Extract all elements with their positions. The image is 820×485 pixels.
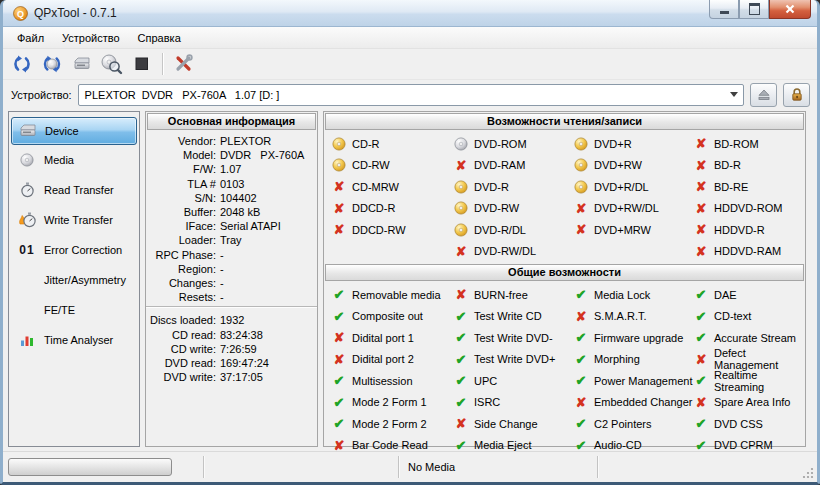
resize-grip[interactable] <box>801 466 815 480</box>
capability-item: ✔Accurate Stream <box>694 327 803 349</box>
menu-item-device[interactable]: Устройство <box>53 29 129 47</box>
drive-icon <box>70 57 94 71</box>
sidebar-item-write-transfer[interactable]: Write Transfer <box>11 205 137 235</box>
capability-item: CD-RW <box>332 155 454 177</box>
maximize-button[interactable] <box>739 0 769 19</box>
check-icon: ✔ <box>694 439 708 452</box>
check-icon: ✔ <box>574 353 588 366</box>
sidebar-item-time-analyser[interactable]: Time Analyser <box>11 325 137 355</box>
info-row: S/N:104402 <box>146 191 317 205</box>
sidebar-item-label: Error Correction <box>44 244 122 256</box>
capability-label: DVD CSS <box>714 418 763 430</box>
capability-item: ✔Morphing <box>574 349 694 371</box>
info-label: IFace: <box>146 220 216 232</box>
close-button[interactable] <box>769 0 811 19</box>
check-icon: ✔ <box>332 310 346 323</box>
cross-icon: ✘ <box>574 202 588 215</box>
svg-text:Q: Q <box>16 9 23 19</box>
info-label: TLA # <box>146 178 216 190</box>
minimize-button[interactable] <box>709 0 739 19</box>
info-row: TLA #0103 <box>146 177 317 191</box>
disc-write-icon <box>574 158 588 172</box>
cross-icon: ✘ <box>332 353 346 366</box>
capability-item: ✘DDCD-RW <box>332 219 454 241</box>
capability-label: Power Management <box>594 375 692 387</box>
capability-label: DDCD-R <box>352 202 395 214</box>
sidebar-item-jitter-asymmetry[interactable]: Jitter/Asymmetry <box>11 265 137 295</box>
capability-label: Audio-CD <box>594 439 642 451</box>
capability-item: ✘DVD-RW/DL <box>454 241 574 263</box>
check-icon: ✔ <box>574 288 588 301</box>
sidebar-item-error-correction[interactable]: 01Error Correction <box>11 235 137 265</box>
capability-item: ✔DVD CSS <box>694 413 803 435</box>
barchart-icon <box>15 333 39 347</box>
eject-button[interactable] <box>750 83 777 107</box>
capability-label: DVD+RW/DL <box>594 202 659 214</box>
refresh-button[interactable] <box>8 51 35 77</box>
capability-label: Removable media <box>352 289 441 301</box>
lock-button[interactable] <box>783 83 810 107</box>
capability-label: Test Write CD <box>474 310 542 322</box>
cross-icon: ✘ <box>332 439 346 452</box>
info-label: Discs loaded: <box>146 314 216 326</box>
stop-button[interactable] <box>128 51 155 77</box>
capability-label: Bar Code Read <box>352 439 428 451</box>
caps-column: ✘BURN-free✔Test Write CD✔Test Write DVD-… <box>454 284 574 456</box>
info-row: Region:- <box>146 262 317 276</box>
menu-item-file[interactable]: Файл <box>8 29 53 47</box>
sidebar-item-media[interactable]: Media <box>11 145 137 175</box>
capability-label: Didital port 1 <box>352 332 414 344</box>
capability-label: BD-R <box>714 159 741 171</box>
info-value: 0103 <box>220 178 244 190</box>
chevron-down-icon[interactable] <box>725 92 743 97</box>
sidebar-item-device[interactable]: Device <box>11 117 137 145</box>
scan-media-button[interactable] <box>98 51 125 77</box>
capability-item: ✘DVD+RW/DL <box>574 198 694 220</box>
rw-caps-grid: CD-RCD-RW✘CD-MRW✘DDCD-R✘DDCD-RWDVD-ROM✘D… <box>324 131 805 263</box>
capability-label: CD-RW <box>352 159 390 171</box>
check-icon: ✔ <box>454 331 468 344</box>
device-combobox[interactable]: PLEXTOR DVDR PX-760A 1.07 [D: ] <box>78 84 744 106</box>
capability-label: Mode 2 Form 2 <box>352 418 427 430</box>
refresh-media-button[interactable] <box>38 51 65 77</box>
check-icon: ✔ <box>454 353 468 366</box>
info-value: 169:47:24 <box>220 357 269 369</box>
info-value: - <box>220 291 224 303</box>
rw-caps-title: Возможности чтения/записи <box>325 113 804 130</box>
capability-label: HDDVD-RAM <box>714 245 781 257</box>
menu-item-help[interactable]: Справка <box>129 29 190 47</box>
capability-label: CD-MRW <box>352 181 399 193</box>
info-row: Resets:- <box>146 290 317 304</box>
sidebar-item-read-transfer[interactable]: Read Transfer <box>11 175 137 205</box>
caps-column: DVD+RDVD+RWDVD+R/DL✘DVD+RW/DL✘DVD+MRW <box>574 133 694 263</box>
titlebar[interactable]: Q QPxTool - 0.7.1 <box>3 0 817 27</box>
capability-label: CD-text <box>714 310 751 322</box>
device-combobox-value: PLEXTOR DVDR PX-760A 1.07 [D: ] <box>79 89 725 101</box>
check-icon: ✔ <box>454 396 468 409</box>
info-label: RPC Phase: <box>146 249 216 261</box>
caps-column: ✔DAE✔CD-text✔Accurate Stream✘Defect Mana… <box>694 284 803 456</box>
capability-item: ✔Test Write CD <box>454 306 574 328</box>
info-row: CD read:83:24:38 <box>146 327 317 341</box>
capability-item: ✔DAE <box>694 284 803 306</box>
disc-write-icon <box>332 137 346 151</box>
capability-label: Embedded Changer <box>594 396 692 408</box>
toolbar <box>3 49 817 80</box>
drive-icon <box>16 124 40 138</box>
sidebar-item-label: Write Transfer <box>44 214 113 226</box>
capability-label: Realtime Streaming <box>714 369 803 393</box>
info-label: DVD read: <box>146 357 216 369</box>
preferences-button[interactable] <box>170 51 197 77</box>
app-logo-icon: Q <box>12 6 28 21</box>
refresh-media-icon <box>40 53 64 75</box>
minimize-icon <box>720 11 729 14</box>
drive-button[interactable] <box>68 51 95 77</box>
drive-info-panel: Основная информация Vendor:PLEXTORModel:… <box>145 111 318 447</box>
sidebar-item-fe-te[interactable]: FE/TE <box>11 295 137 325</box>
info-panel-title: Основная информация <box>147 113 316 130</box>
capabilities-panel: Возможности чтения/записи CD-RCD-RW✘CD-M… <box>323 111 806 447</box>
check-icon: ✔ <box>694 331 708 344</box>
capability-label: DAE <box>714 289 737 301</box>
capability-label: BD-RE <box>714 181 748 193</box>
info-row: F/W:1.07 <box>146 162 317 176</box>
